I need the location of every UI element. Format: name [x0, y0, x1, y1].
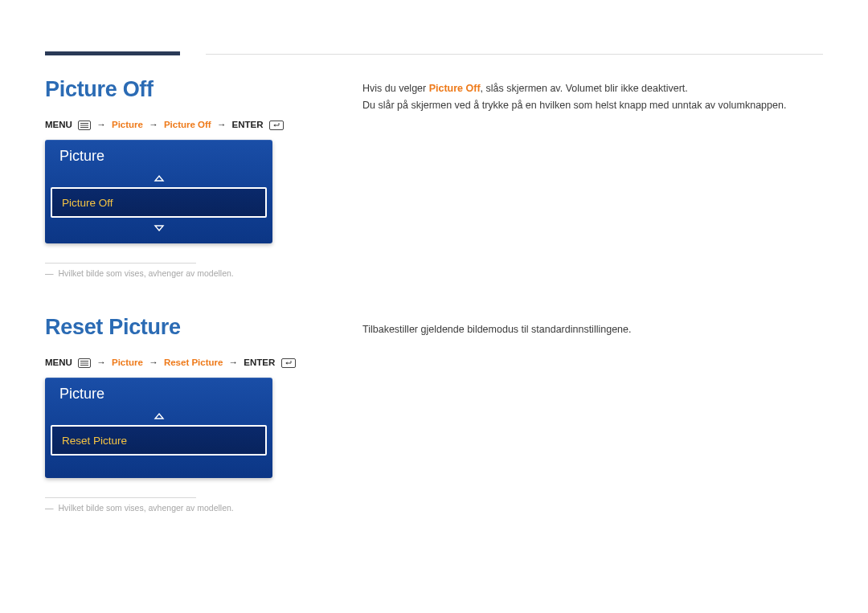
- arrow-right-icon: →: [96, 120, 106, 129]
- path-menu-label: MENU: [45, 120, 72, 129]
- path-enter-label: ENTER: [244, 358, 275, 367]
- osd-selected-item[interactable]: Picture Off: [51, 187, 267, 218]
- body-text-picture-off: Hvis du velger Picture Off, slås skjerme…: [362, 80, 823, 115]
- nav-path-picture-off: MENU → Picture → Picture Off → ENTER: [45, 120, 286, 130]
- path-seg-picture-off: Picture Off: [164, 120, 211, 129]
- arrow-right-icon: →: [149, 358, 158, 367]
- osd-selected-item[interactable]: Reset Picture: [51, 425, 267, 456]
- osd-up-arrow[interactable]: [45, 407, 272, 423]
- footnote-picture-off: ―Hvilket bilde som vises, avhenger av mo…: [45, 268, 286, 278]
- osd-down-spacer: [45, 457, 272, 478]
- path-menu-label: MENU: [45, 358, 72, 367]
- menu-icon: [78, 121, 91, 130]
- menu-icon: [78, 358, 91, 368]
- body-line1-emphasis: Picture Off: [429, 83, 481, 94]
- arrow-right-icon: →: [217, 120, 227, 129]
- footnote-dash: ―: [45, 268, 54, 278]
- path-seg-picture: Picture: [112, 120, 143, 129]
- body-line1-pre: Hvis du velger: [362, 83, 429, 94]
- osd-selected-label: Picture Off: [62, 197, 113, 209]
- arrow-right-icon: →: [229, 358, 239, 367]
- section-title-picture-off: Picture Off: [45, 77, 286, 102]
- path-seg-picture: Picture: [112, 358, 143, 367]
- body-line-1: Hvis du velger Picture Off, slås skjerme…: [362, 80, 823, 97]
- osd-down-arrow[interactable]: [45, 219, 272, 235]
- footnote-divider: [45, 497, 196, 498]
- section-picture-off: Picture Off MENU → Picture → Picture Off…: [45, 77, 286, 278]
- footnote-divider: [45, 263, 196, 264]
- body-line-1: Tilbakestiller gjeldende bildemodus til …: [362, 321, 823, 338]
- osd-selected-label: Reset Picture: [62, 435, 127, 447]
- section-title-reset-picture: Reset Picture: [45, 315, 286, 340]
- footnote-reset-picture: ―Hvilket bilde som vises, avhenger av mo…: [45, 503, 286, 513]
- path-enter-label: ENTER: [232, 120, 264, 129]
- nav-path-reset-picture: MENU → Picture → Reset Picture → ENTER: [45, 358, 286, 368]
- osd-panel-title: Picture: [45, 140, 272, 170]
- section-reset-picture: Reset Picture MENU → Picture → Reset Pic…: [45, 315, 286, 513]
- path-seg-reset-picture: Reset Picture: [164, 358, 223, 367]
- footnote-text: Hvilket bilde som vises, avhenger av mod…: [59, 268, 234, 278]
- body-line1-post: , slås skjermen av. Volumet blir ikke de…: [481, 83, 688, 94]
- osd-panel-reset-picture: Picture Reset Picture: [45, 378, 272, 478]
- footnote-dash: ―: [45, 503, 54, 513]
- osd-up-arrow[interactable]: [45, 170, 272, 186]
- osd-panel-title: Picture: [45, 378, 272, 407]
- arrow-right-icon: →: [96, 358, 106, 367]
- top-divider: [206, 54, 823, 55]
- top-accent-bar: [45, 51, 180, 55]
- footnote-text: Hvilket bilde som vises, avhenger av mod…: [59, 503, 234, 513]
- enter-icon: [269, 121, 284, 130]
- osd-panel-picture-off: Picture Picture Off: [45, 140, 272, 243]
- body-line-2: Du slår på skjermen ved å trykke på en h…: [362, 97, 823, 114]
- arrow-right-icon: →: [149, 120, 158, 129]
- body-text-reset-picture: Tilbakestiller gjeldende bildemodus til …: [362, 321, 823, 338]
- enter-icon: [281, 358, 296, 368]
